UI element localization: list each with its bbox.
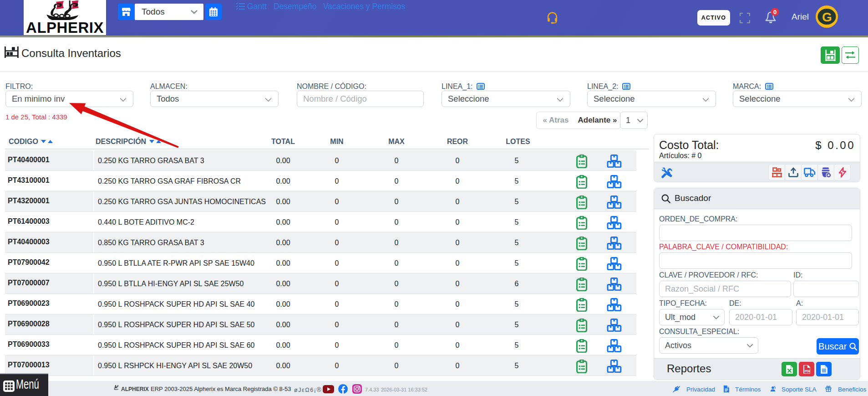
svg-text:0: 0	[773, 9, 777, 15]
svg-text:PDF: PDF	[805, 370, 810, 373]
svg-text:G: G	[822, 10, 832, 24]
